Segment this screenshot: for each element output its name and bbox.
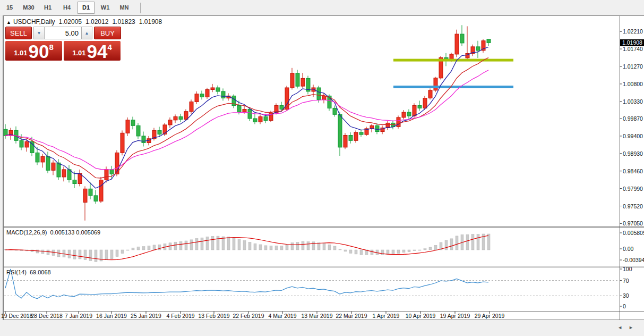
price-axis-label: 0.99400 xyxy=(623,133,643,139)
date-axis-label: 1 Apr 2019 xyxy=(373,313,400,319)
price-axis-label: 1.02210 xyxy=(623,28,643,35)
tab-nav-left-icon[interactable]: ◄ xyxy=(617,325,629,330)
rsi-name: RSI(14) xyxy=(6,269,27,275)
date-axis-label: 25 Jan 2019 xyxy=(131,313,161,319)
panel-separator-main-macd[interactable] xyxy=(4,226,644,228)
close-value: 1.01908 xyxy=(139,18,162,26)
price-axis-label: 1.00330 xyxy=(623,98,643,105)
chart-window-border-bottom xyxy=(3,320,644,320)
date-axis-label: 19 Apr 2019 xyxy=(440,313,470,319)
macd-axis-label: -0.003945 xyxy=(623,257,644,263)
rsi-axis-label: 100 xyxy=(623,266,632,272)
buy-price-panel[interactable]: 1.01 94 4 xyxy=(64,41,121,61)
date-axis-label: 4 Mar 2019 xyxy=(268,313,296,319)
macd-label: MACD(12,26,9)0.005133 0.005069 xyxy=(6,229,104,236)
timeframe-button-h1[interactable]: H1 xyxy=(39,2,56,14)
chart-ohlc-header: ▲USDCHF,Daily1.020051.020121.018231.0190… xyxy=(6,18,166,26)
rsi-value: 69.0068 xyxy=(30,269,51,275)
rsi-axis-label: 0 xyxy=(623,303,626,309)
date-axis-label: 13 Feb 2019 xyxy=(199,313,230,319)
volume-increase-button[interactable]: ▲ xyxy=(81,27,92,39)
buy-button[interactable]: BUY xyxy=(94,27,121,39)
price-axis-label: 0.97990 xyxy=(623,186,643,192)
buy-price-big: 94 xyxy=(87,44,108,60)
price-axis-label: 0.97050 xyxy=(623,220,643,226)
symbol-marker-icon: ▲ xyxy=(6,20,11,25)
buy-price-sup: 4 xyxy=(107,43,111,52)
current-price-tag: 1.01908 xyxy=(620,39,644,46)
macd-axis-label: 0.00 xyxy=(623,246,633,252)
one-click-trading-widget: SELL ▼ ▲ BUY 1.01 90 8 1.01 94 4 xyxy=(5,27,122,61)
tab-nav-right-icon[interactable]: ► xyxy=(629,325,640,330)
high-value: 1.02012 xyxy=(85,18,108,26)
sell-price-sup: 8 xyxy=(49,43,53,52)
date-axis-label: 4 Feb 2019 xyxy=(166,313,194,319)
rsi-axis-label: 30 xyxy=(623,292,629,299)
price-axis-label: 1.01270 xyxy=(623,63,643,70)
volume-decrease-button[interactable]: ▼ xyxy=(33,27,45,39)
timeframe-toolbar: 15M30H1H4D1W1MN xyxy=(0,0,644,15)
buy-price-prefix: 1.01 xyxy=(72,49,85,57)
date-axis-label: 16 Jan 2019 xyxy=(96,313,127,319)
price-axis-label: 0.99870 xyxy=(623,115,643,122)
date-axis-label: 22 Mar 2019 xyxy=(336,313,367,319)
price-axis-label: 1.00800 xyxy=(623,81,643,87)
date-axis-label: 19 Dec 2018 xyxy=(1,313,33,319)
sell-button[interactable]: SELL xyxy=(5,27,32,39)
panel-separator-rsi-dates xyxy=(4,311,644,312)
toolbar-separator xyxy=(140,3,141,13)
sell-price-big: 90 xyxy=(29,44,49,60)
timeframe-button-w1[interactable]: W1 xyxy=(97,2,114,14)
date-axis-label: 7 Jan 2019 xyxy=(65,313,92,319)
rsi-label: RSI(14)69.0068 xyxy=(6,269,54,275)
volume-input[interactable] xyxy=(45,27,81,39)
timeframe-button-h4[interactable]: H4 xyxy=(58,2,75,14)
timeframe-button-d1[interactable]: D1 xyxy=(78,2,95,14)
price-axis-label: 0.97520 xyxy=(623,203,643,209)
macd-name: MACD(12,26,9) xyxy=(6,229,47,236)
sell-price-panel[interactable]: 1.01 90 8 xyxy=(5,41,62,61)
timeframe-button-15[interactable]: 15 xyxy=(1,2,18,14)
date-axis-label: 29 Apr 2019 xyxy=(475,313,505,319)
date-axis-label: 10 Apr 2019 xyxy=(406,313,436,319)
macd-axis-label: 0.005805 xyxy=(623,230,644,236)
timeframe-button-m30[interactable]: M30 xyxy=(20,2,37,14)
rsi-axis-label: 70 xyxy=(623,278,629,284)
date-axis-label: 22 Feb 2019 xyxy=(233,313,264,319)
sell-price-prefix: 1.01 xyxy=(14,49,27,57)
open-value: 1.02005 xyxy=(59,18,82,26)
symbol-name: USDCHF,Daily xyxy=(13,18,55,26)
price-axis-label: 0.98460 xyxy=(623,168,643,174)
tab-nav-arrows: ◄► xyxy=(617,325,640,330)
date-axis-label: 13 Mar 2019 xyxy=(302,313,333,319)
low-value: 1.01823 xyxy=(112,18,135,26)
terminal-window: 15M30H1H4D1W1MN ▲USDCHF,Daily1.020051.02… xyxy=(0,0,644,336)
macd-values: 0.005133 0.005069 xyxy=(50,229,100,236)
price-axis-divider xyxy=(620,16,620,320)
timeframe-button-mn[interactable]: MN xyxy=(116,2,133,14)
price-axis-label: 0.98930 xyxy=(623,150,643,157)
panel-separator-macd-rsi[interactable] xyxy=(4,266,644,267)
date-axis-label: 28 Dec 2018 xyxy=(31,313,63,319)
price-axis-label: 1.01740 xyxy=(623,46,643,52)
